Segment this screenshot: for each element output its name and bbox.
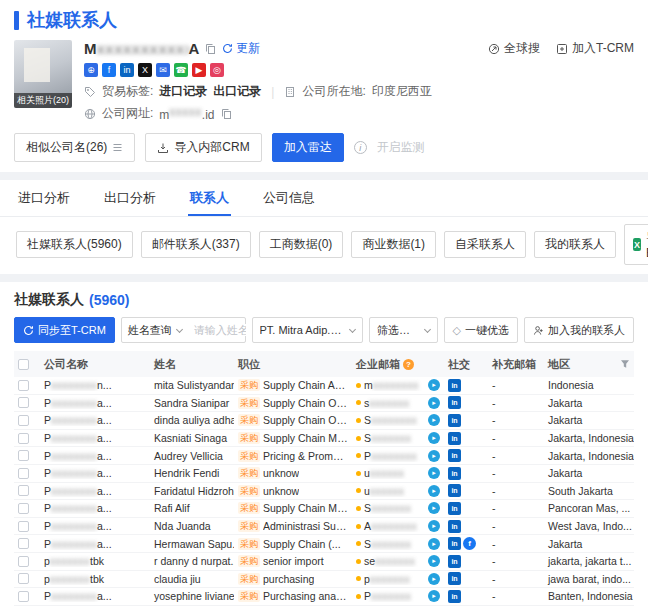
select-all-checkbox[interactable] [18,359,29,370]
send-icon[interactable]: ▸ [428,450,440,462]
name-query-dropdown[interactable]: 姓名查询 [122,323,188,338]
purchase-tag: 采购 [238,432,260,444]
sync-tcrm-button[interactable]: 同步至T-CRM [14,317,115,343]
col-name-header: 姓名 [150,357,234,372]
tab-export-analysis[interactable]: 出口分析 [102,180,158,216]
company-filter-select[interactable]: PT. Mitra Adip...(4467) [252,317,363,343]
subtab-social-contacts[interactable]: 社媒联系人(5960) [16,231,133,258]
send-icon[interactable]: ▸ [428,414,440,426]
tab-company-info[interactable]: 公司信息 [261,180,317,216]
linkedin-icon[interactable]: in [448,484,461,497]
email-info-icon[interactable]: ? [403,359,414,370]
subtab-email-contacts[interactable]: 邮件联系人(337) [141,231,251,258]
position-cell: 采购 Supply Chain Management [234,432,352,444]
name-search-input[interactable] [188,324,252,336]
row-checkbox[interactable] [18,591,29,602]
linkedin-icon[interactable]: in [448,379,461,392]
row-checkbox[interactable] [18,503,29,514]
email-cell: P xxxxxxxx ▸ [352,450,444,462]
row-checkbox[interactable] [18,397,29,408]
row-checkbox[interactable] [18,485,29,496]
extra-email: - [488,573,544,585]
table-row: Pxxxxxxxxa... Audrey Vellicia 采购 Pricing… [14,447,634,465]
copy-icon[interactable] [221,108,232,119]
tab-contacts[interactable]: 联系人 [188,180,231,216]
send-icon[interactable]: ▸ [428,467,440,479]
position-text: Supply Chain Officer [263,397,348,409]
send-icon[interactable]: ▸ [428,520,440,532]
row-checkbox[interactable] [18,573,29,584]
export-record-link[interactable]: 出口记录 [213,83,261,100]
company-name: MxxxxxxxxxxxxA [84,40,199,57]
send-icon[interactable]: ▸ [428,590,440,602]
twitter-x-icon[interactable]: X [138,63,152,77]
linkedin-icon[interactable]: in [448,555,461,568]
copy-icon[interactable] [205,43,216,54]
quick-pick-button[interactable]: ◇ 一键优选 [444,317,518,343]
similar-companies-button[interactable]: 相似公司名(26) [14,133,135,162]
table-row: Pxxxxxxxxn... mita Sulistyandari 采购 Supp… [14,377,634,395]
filter-icon[interactable] [620,359,630,369]
email-masked: xxxxxxx [369,397,409,409]
linkedin-icon[interactable]: in [448,396,461,409]
table-row: Pxxxxxxxxa... Rafi Alif 采购 Supply Chain … [14,500,634,518]
send-icon[interactable]: ▸ [428,573,440,585]
linkedin-icon[interactable]: in [448,467,461,480]
contact-filter-select[interactable]: 筛选联系人 [369,317,438,343]
row-checkbox[interactable] [18,415,29,426]
join-tcrm-button[interactable]: 加入T-CRM [556,40,634,57]
add-to-my-contacts-button[interactable]: 加入我的联系人 [524,317,634,343]
linkedin-icon[interactable]: in [448,414,461,427]
row-checkbox[interactable] [18,450,29,461]
facebook-icon[interactable]: f [463,537,476,550]
linkedin-icon[interactable]: in [448,537,461,550]
linkedin-icon[interactable]: in [448,572,461,585]
row-checkbox[interactable] [18,556,29,567]
facebook-icon[interactable]: f [102,63,116,77]
refresh-button[interactable]: 更新 [222,40,260,57]
extra-email: - [488,414,544,426]
row-checkbox[interactable] [18,433,29,444]
import-record-link[interactable]: 进口记录 [159,83,207,100]
send-icon[interactable]: ▸ [428,432,440,444]
youtube-icon[interactable]: ▶ [192,63,206,77]
subtab-self-collected[interactable]: 自采联系人 [444,231,526,258]
tab-import-analysis[interactable]: 进口分析 [16,180,72,216]
linkedin-icon[interactable]: in [448,449,461,462]
row-checkbox[interactable] [18,468,29,479]
linkedin-icon[interactable]: in [448,432,461,445]
linkedin-icon[interactable]: in [448,590,461,603]
email-icon[interactable]: ✉ [156,63,170,77]
send-icon[interactable]: ▸ [428,538,440,550]
linkedin-icon[interactable]: in [448,520,461,533]
table-body: Pxxxxxxxxn... mita Sulistyandari 采购 Supp… [14,377,634,607]
phone-icon[interactable]: ☎ [174,63,188,77]
website-link[interactable]: mxxxxx.id [159,105,214,122]
export-excel-button[interactable]: X 导出 Excel [624,224,648,265]
row-checkbox[interactable] [18,521,29,532]
subtab-my-contacts[interactable]: 我的联系人 [534,231,616,258]
send-icon[interactable]: ▸ [428,502,440,514]
position-cell: 采购 Purchasing analysis [234,590,352,602]
global-search-button[interactable]: 全球搜 [488,40,540,57]
import-crm-button[interactable]: 导入内部CRM [145,133,261,162]
info-icon[interactable]: i [354,141,367,154]
join-radar-button[interactable]: 加入雷达 [272,133,344,162]
row-checkbox[interactable] [18,380,29,391]
send-icon[interactable]: ▸ [428,555,440,567]
company-masked: xxxxxxxx [51,590,97,602]
company-photo[interactable]: 相关照片(20) [14,40,72,108]
send-icon[interactable]: ▸ [428,485,440,497]
send-icon[interactable]: ▸ [428,379,440,391]
send-icon[interactable]: ▸ [428,397,440,409]
company-suffix: a... [97,538,112,550]
monitor-button[interactable]: 开启监测 [377,139,425,156]
website-icon[interactable]: ⊕ [84,63,98,77]
instagram-icon[interactable]: ◎ [210,63,224,77]
row-checkbox[interactable] [18,538,29,549]
subtab-commercial-data[interactable]: 商业数据(1) [351,231,436,258]
linkedin-icon[interactable]: in [120,63,134,77]
subtab-business-registry[interactable]: 工商数据(0) [259,231,344,258]
linkedin-icon[interactable]: in [448,502,461,515]
email-status-dot [356,471,361,476]
